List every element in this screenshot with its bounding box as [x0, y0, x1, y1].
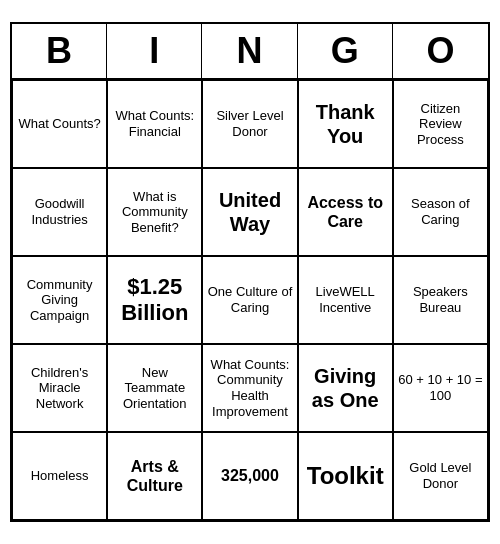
bingo-cell: Children's Miracle Network [12, 344, 107, 432]
bingo-cell: LiveWELL Incentive [298, 256, 393, 344]
bingo-cell: What Counts: Community Health Improvemen… [202, 344, 297, 432]
bingo-cell: What Counts? [12, 80, 107, 168]
bingo-cell: Citizen Review Process [393, 80, 488, 168]
bingo-cell: Arts & Culture [107, 432, 202, 520]
header-letter: O [393, 24, 488, 78]
bingo-cell: Access to Care [298, 168, 393, 256]
bingo-cell: Thank You [298, 80, 393, 168]
bingo-cell: New Teammate Orientation [107, 344, 202, 432]
bingo-grid: What Counts?What Counts: FinancialSilver… [12, 80, 488, 520]
bingo-cell: 60 + 10 + 10 = 100 [393, 344, 488, 432]
bingo-cell: Silver Level Donor [202, 80, 297, 168]
bingo-cell: Community Giving Campaign [12, 256, 107, 344]
header-letter: N [202, 24, 297, 78]
bingo-cell: Season of Caring [393, 168, 488, 256]
bingo-cell: 325,000 [202, 432, 297, 520]
bingo-cell: Goodwill Industries [12, 168, 107, 256]
header-letter: G [298, 24, 393, 78]
bingo-cell: Gold Level Donor [393, 432, 488, 520]
bingo-cell: Giving as One [298, 344, 393, 432]
bingo-cell: What Counts: Financial [107, 80, 202, 168]
bingo-cell: United Way [202, 168, 297, 256]
header-letter: B [12, 24, 107, 78]
bingo-cell: Toolkit [298, 432, 393, 520]
bingo-header: BINGO [12, 24, 488, 80]
bingo-cell: $1.25 Billion [107, 256, 202, 344]
bingo-cell: One Culture of Caring [202, 256, 297, 344]
bingo-card: BINGO What Counts?What Counts: Financial… [10, 22, 490, 522]
header-letter: I [107, 24, 202, 78]
bingo-cell: What is Community Benefit? [107, 168, 202, 256]
bingo-cell: Speakers Bureau [393, 256, 488, 344]
bingo-cell: Homeless [12, 432, 107, 520]
